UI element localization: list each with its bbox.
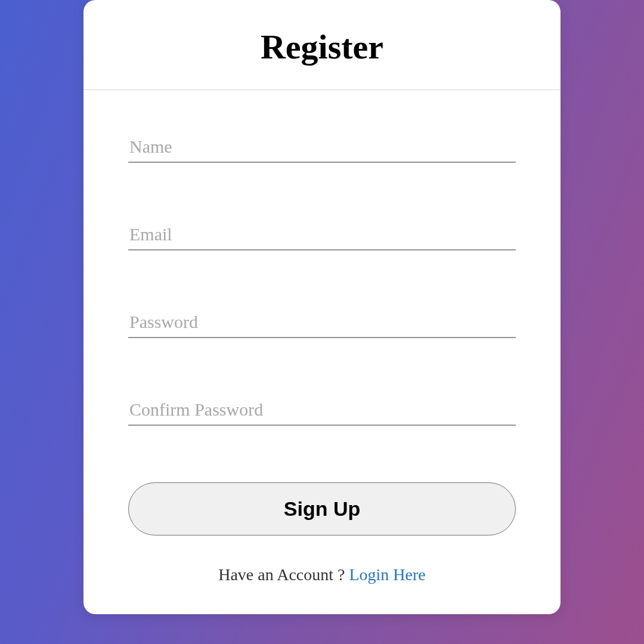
form-group-password — [128, 307, 516, 338]
form-group-name — [128, 132, 516, 163]
footer-text: Have an Account ? Login Here — [128, 565, 516, 584]
form-group-email — [128, 219, 516, 250]
page-title: Register — [83, 27, 561, 67]
email-field[interactable] — [128, 219, 516, 250]
signup-button[interactable]: Sign Up — [128, 482, 516, 535]
name-field[interactable] — [128, 132, 516, 163]
footer-prompt: Have an Account ? — [218, 565, 349, 584]
confirm-password-field[interactable] — [128, 395, 516, 426]
password-field[interactable] — [128, 307, 516, 338]
register-card: Register Sign Up Have an Account ? Login… — [83, 0, 561, 614]
card-body: Sign Up Have an Account ? Login Here — [83, 90, 561, 584]
login-link[interactable]: Login Here — [349, 565, 425, 584]
form-group-confirm-password — [128, 395, 516, 426]
card-header: Register — [83, 0, 561, 90]
